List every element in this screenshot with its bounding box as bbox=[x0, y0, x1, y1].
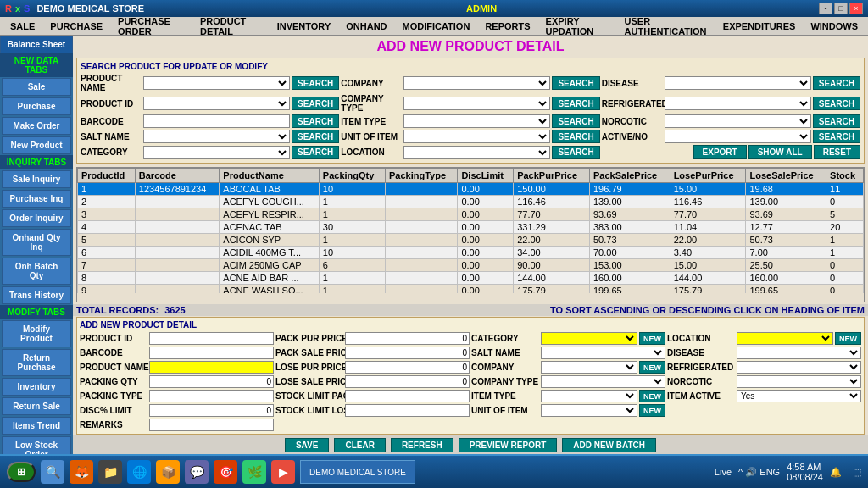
btn-preview-report[interactable]: PREVIEW REPORT bbox=[459, 438, 558, 452]
select-form-disease[interactable] bbox=[737, 347, 861, 359]
sidebar-trans-history[interactable]: Trans History bbox=[2, 286, 71, 304]
select-item-type[interactable] bbox=[403, 114, 550, 128]
select-form-category[interactable] bbox=[541, 332, 637, 345]
sidebar-return-sale[interactable]: Return Sale bbox=[2, 397, 71, 415]
select-form-company[interactable] bbox=[541, 361, 637, 374]
taskbar-icon7[interactable]: 🎯 bbox=[214, 460, 237, 484]
input-remarks[interactable] bbox=[149, 419, 274, 431]
menu-onhand[interactable]: ONHAND bbox=[339, 19, 393, 33]
sidebar-onhand-qty-inq[interactable]: Onhand Qty Inq bbox=[2, 229, 71, 256]
select-form-unit-of-item[interactable] bbox=[541, 404, 637, 417]
close-button[interactable]: × bbox=[849, 3, 863, 14]
btn-add-new-batch[interactable]: ADD NEW BATCH bbox=[562, 438, 656, 452]
taskbar-icon8[interactable]: 🌿 bbox=[242, 460, 266, 484]
btn-search-product-id[interactable]: SEARCH bbox=[292, 97, 339, 110]
btn-new-item-type[interactable]: NEW bbox=[639, 390, 665, 402]
col-stock[interactable]: Stock bbox=[826, 169, 864, 183]
menu-product-detail[interactable]: PRODUCT DETAIL bbox=[193, 14, 269, 38]
select-active-no[interactable] bbox=[665, 130, 811, 143]
sidebar-return-purchase[interactable]: Return Purchase bbox=[2, 349, 71, 376]
input-pack-sale-price[interactable] bbox=[345, 347, 470, 359]
select-salt-name[interactable] bbox=[143, 130, 290, 143]
sidebar-low-stock[interactable]: Low Stock Order bbox=[2, 436, 71, 454]
btn-search-category[interactable]: SEARCH bbox=[292, 146, 339, 159]
col-barcode[interactable]: Barcode bbox=[135, 169, 219, 183]
table-row[interactable]: 2ACEFYL COUGH...10.00116.46139.00116.461… bbox=[78, 196, 864, 208]
btn-search-active-no[interactable]: SEARCH bbox=[813, 130, 860, 143]
taskbar-icon6[interactable]: 💬 bbox=[185, 460, 209, 484]
btn-search-norcotic[interactable]: SEARCH bbox=[813, 114, 860, 128]
select-norcotic[interactable] bbox=[665, 114, 811, 128]
input-barcode[interactable] bbox=[143, 114, 290, 128]
taskbar-search-icon[interactable]: 🔍 bbox=[41, 460, 64, 484]
sidebar-modify-product[interactable]: Modify Product bbox=[2, 320, 71, 347]
select-refrigerated[interactable] bbox=[665, 97, 811, 110]
taskbar-icon5[interactable]: 📦 bbox=[156, 460, 180, 484]
menu-user-auth[interactable]: USER AUTHENTICATION bbox=[618, 14, 715, 38]
input-lose-pur-price[interactable] bbox=[345, 361, 470, 374]
input-barcode-form[interactable] bbox=[149, 347, 274, 359]
input-packing-type[interactable] bbox=[149, 390, 274, 402]
btn-search-unit-of-item[interactable]: SEARCH bbox=[552, 130, 599, 143]
select-form-refrigerated[interactable] bbox=[737, 361, 861, 374]
input-pack-pur-price[interactable] bbox=[345, 332, 470, 345]
btn-show-all[interactable]: SHOW ALL bbox=[748, 145, 812, 159]
btn-save[interactable]: SAVE bbox=[285, 438, 330, 452]
select-form-salt-name[interactable] bbox=[541, 347, 665, 359]
menu-expenditures[interactable]: EXPENDITURES bbox=[716, 19, 803, 33]
btn-search-company-type[interactable]: SEARCH bbox=[552, 97, 599, 110]
sidebar-sale-inquiry[interactable]: Sale Inquiry bbox=[2, 170, 71, 188]
input-stock-limit-pack[interactable] bbox=[345, 390, 470, 402]
sidebar-onh-batch-qty[interactable]: Onh Batch Qty bbox=[2, 258, 71, 285]
table-row[interactable]: 5ACICON SYP10.0022.0050.7322.0050.731 bbox=[78, 234, 864, 247]
select-product-name[interactable] bbox=[143, 76, 290, 90]
menu-sale[interactable]: SALE bbox=[3, 19, 42, 33]
taskbar-icon9[interactable]: ▶ bbox=[271, 460, 295, 484]
sidebar-order-inquiry[interactable]: Order Inquiry bbox=[2, 209, 71, 227]
input-packing-qty[interactable] bbox=[149, 375, 274, 388]
select-form-item-active[interactable]: Yes No bbox=[737, 390, 861, 402]
menu-windows[interactable]: WINDOWS bbox=[804, 19, 865, 33]
col-packing-qty[interactable]: PackingQty bbox=[319, 169, 385, 183]
restore-button[interactable]: □ bbox=[834, 3, 848, 14]
btn-search-disease[interactable]: SEARCH bbox=[813, 76, 860, 90]
btn-refresh[interactable]: REFRESH bbox=[391, 438, 453, 452]
sidebar-new-product[interactable]: New Product bbox=[2, 136, 71, 154]
btn-search-product-name[interactable]: SEARCH bbox=[292, 76, 339, 90]
start-button[interactable]: ⊞ bbox=[7, 462, 36, 482]
table-row[interactable]: 8ACNE AID BAR ...10.00144.00160.00144.00… bbox=[78, 272, 864, 285]
select-form-norcotic[interactable] bbox=[737, 375, 861, 388]
menu-purchase[interactable]: PURCHASE bbox=[43, 19, 109, 33]
btn-new-company[interactable]: NEW bbox=[639, 361, 665, 374]
taskbar-show-desktop[interactable]: ⬚ bbox=[849, 467, 861, 478]
table-row[interactable]: 4ACENAC TAB300.00331.29383.0011.0412.772… bbox=[78, 221, 864, 234]
sidebar-make-order[interactable]: Make Order bbox=[2, 117, 71, 135]
sidebar-items-trend[interactable]: Items Trend bbox=[2, 417, 71, 435]
select-company[interactable] bbox=[403, 76, 550, 90]
taskbar-icon3[interactable]: 📁 bbox=[98, 460, 122, 484]
col-packing-type[interactable]: PackingType bbox=[385, 169, 457, 183]
menu-reports[interactable]: REPORTS bbox=[478, 19, 537, 33]
table-row[interactable]: 6ACIDIL 400MG T...100.0034.0070.003.407.… bbox=[78, 247, 864, 259]
col-lose-pur-price[interactable]: LosePurPrice bbox=[670, 169, 746, 183]
menu-expiry[interactable]: EXPIRY UPDATION bbox=[539, 14, 616, 38]
table-row[interactable]: 3ACEFYL RESPIR...10.0077.7093.6977.7093.… bbox=[78, 208, 864, 221]
select-form-item-type[interactable] bbox=[541, 390, 637, 402]
menu-modification[interactable]: MODIFICATION bbox=[396, 19, 477, 33]
input-product-name[interactable] bbox=[149, 361, 274, 374]
btn-search-company[interactable]: SEARCH bbox=[552, 76, 599, 90]
btn-search-location[interactable]: SEARCH bbox=[552, 146, 599, 159]
btn-new-category[interactable]: NEW bbox=[639, 332, 665, 345]
col-product-name[interactable]: ProductName bbox=[220, 169, 320, 183]
taskbar-app[interactable]: DEMO MEDICAL STORE bbox=[300, 460, 415, 484]
input-product-id[interactable] bbox=[149, 332, 274, 345]
title-bar-controls[interactable]: - □ × bbox=[819, 3, 863, 14]
sidebar-sale[interactable]: Sale bbox=[2, 78, 71, 96]
btn-reset[interactable]: RESET bbox=[814, 145, 860, 159]
select-category[interactable] bbox=[143, 146, 290, 159]
table-row[interactable]: 9ACNE WASH SO...10.00175.79199.65175.791… bbox=[78, 285, 864, 294]
col-disc-limit[interactable]: DiscLimit bbox=[458, 169, 514, 183]
btn-search-salt-name[interactable]: SEARCH bbox=[292, 130, 339, 143]
minimize-button[interactable]: - bbox=[819, 3, 832, 14]
select-company-type[interactable] bbox=[403, 97, 550, 110]
